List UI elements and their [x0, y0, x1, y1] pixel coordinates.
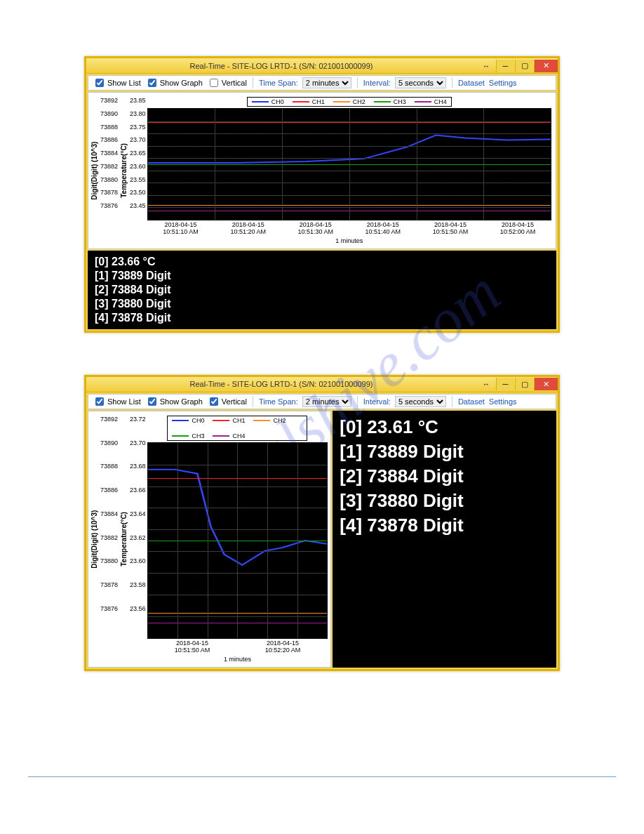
legend-item: CH1	[293, 98, 325, 105]
reading-row: [2] 73884 Digit	[340, 464, 549, 489]
legend-item: CH2	[333, 98, 365, 105]
axis-tick: 23.68	[130, 463, 146, 470]
axis-tick: 73876	[100, 605, 118, 612]
show-list-checkbox[interactable]: Show List	[93, 395, 141, 408]
vertical-checkbox[interactable]: Vertical	[207, 77, 247, 89]
reading-row: [1] 73889 Digit	[95, 269, 549, 283]
axis-tick: 73888	[100, 463, 118, 470]
axis-tick: 23.58	[130, 581, 146, 588]
separator	[452, 396, 452, 407]
axis-tick: 23.80	[130, 110, 146, 117]
show-graph-checkbox[interactable]: Show Graph	[145, 395, 203, 408]
y2-axis-label: Temperature(°C)	[119, 97, 128, 244]
legend-item: CH3	[374, 98, 406, 105]
vertical-label: Vertical	[222, 397, 247, 406]
timespan-select[interactable]: 2 minutes	[302, 396, 351, 407]
chart-plot[interactable]	[147, 108, 551, 220]
show-list-label: Show List	[107, 79, 141, 87]
axis-tick: 23.60	[130, 163, 146, 170]
timespan-select[interactable]: 2 minutes	[302, 77, 351, 88]
axis-tick: 73882	[100, 534, 118, 541]
legend-item: CH0	[252, 98, 284, 105]
show-list-input[interactable]	[95, 397, 104, 406]
titlebar[interactable]: Real-Time - SITE-LOG LRTD-1 (S/N: 021001…	[86, 58, 558, 74]
help-icon[interactable]: ↔	[477, 60, 495, 72]
interval-label: Interval:	[363, 397, 391, 406]
interval-label: Interval:	[363, 79, 391, 87]
y2-ticks: 23.8523.8023.7523.7023.6523.6023.5523.50…	[128, 97, 147, 209]
axis-tick: 73892	[100, 416, 118, 423]
legend-item: CH0	[172, 417, 204, 424]
minimize-button[interactable]: ─	[496, 378, 514, 390]
titlebar[interactable]: Real-Time - SITE-LOG LRTD-1 (S/N: 021001…	[86, 377, 558, 392]
vertical-label: Vertical	[222, 79, 247, 87]
show-graph-input[interactable]	[148, 397, 156, 406]
show-list-checkbox[interactable]: Show List	[93, 77, 141, 89]
axis-tick: 73882	[100, 163, 118, 170]
toolbar: Show List Show Graph Vertical Time Span:…	[88, 75, 556, 91]
axis-tick: 23.64	[130, 510, 146, 517]
reading-row: [1] 73889 Digit	[340, 439, 549, 464]
chart-panel: Digit(Digit) (10^3) 73892738907388873886…	[88, 92, 556, 249]
legend-item: CH1	[213, 417, 245, 424]
dataset-link[interactable]: Dataset	[458, 397, 485, 406]
show-graph-label: Show Graph	[160, 79, 203, 87]
legend-item: CH4	[415, 98, 447, 105]
timespan-label: Time Span:	[259, 397, 298, 406]
axis-tick: 23.85	[130, 97, 146, 104]
show-list-label: Show List	[107, 397, 141, 406]
chart-legend: CH0CH1CH2CH3CH4	[247, 97, 452, 107]
axis-tick: 73890	[100, 110, 118, 117]
axis-tick: 2018-04-1510:51:50 AM	[147, 640, 238, 654]
readings-panel: [0] 23.66 °C[1] 73889 Digit[2] 73884 Dig…	[88, 251, 556, 329]
axis-tick: 73892	[100, 97, 118, 104]
axis-tick: 23.70	[130, 439, 146, 446]
legend-item: CH2	[253, 417, 286, 424]
maximize-button[interactable]: ▢	[515, 60, 533, 72]
help-icon[interactable]: ↔	[477, 378, 495, 390]
interval-select[interactable]: 5 seconds	[395, 77, 446, 88]
axis-tick: 23.62	[130, 534, 146, 541]
chart-plot[interactable]	[147, 442, 328, 639]
reading-row: [0] 23.66 °C	[95, 255, 549, 269]
axis-tick: 23.55	[130, 176, 146, 183]
show-graph-input[interactable]	[148, 79, 156, 87]
vertical-input[interactable]	[210, 79, 218, 87]
y1-axis-label: Digit(Digit) (10^3)	[90, 97, 99, 244]
axis-tick: 73886	[100, 486, 118, 494]
settings-link[interactable]: Settings	[489, 397, 517, 406]
axis-tick: 73880	[100, 557, 118, 564]
close-button[interactable]: ✕	[534, 378, 558, 390]
axis-tick: 73890	[100, 439, 118, 446]
reading-row: [0] 23.61 °C	[340, 415, 549, 439]
axis-tick: 23.56	[130, 605, 146, 612]
close-button[interactable]: ✕	[534, 60, 558, 72]
axis-tick: 23.65	[130, 150, 146, 157]
maximize-button[interactable]: ▢	[515, 378, 533, 390]
vertical-input[interactable]	[210, 397, 218, 406]
vertical-checkbox[interactable]: Vertical	[207, 395, 247, 408]
axis-tick: 23.66	[130, 486, 146, 494]
separator	[452, 77, 452, 88]
reading-row: [3] 73880 Digit	[340, 489, 549, 513]
axis-tick: 23.60	[130, 557, 146, 564]
axis-tick: 73886	[100, 136, 118, 143]
axis-tick: 73878	[100, 189, 118, 196]
axis-tick: 2018-04-1510:52:20 AM	[237, 640, 328, 654]
reading-row: [4] 73878 Digit	[95, 311, 549, 325]
show-list-input[interactable]	[95, 79, 104, 87]
y1-ticks: 7389273890738887388673884738827388073878…	[99, 97, 119, 209]
interval-select[interactable]: 5 seconds	[395, 396, 446, 407]
window-title: Real-Time - SITE-LOG LRTD-1 (S/N: 021001…	[86, 380, 476, 388]
dataset-link[interactable]: Dataset	[458, 79, 485, 87]
minimize-button[interactable]: ─	[496, 60, 514, 72]
show-graph-checkbox[interactable]: Show Graph	[145, 77, 203, 89]
axis-tick: 73876	[100, 202, 118, 209]
window-title: Real-Time - SITE-LOG LRTD-1 (S/N: 021001…	[86, 62, 476, 70]
axis-tick: 23.72	[130, 416, 146, 423]
settings-link[interactable]: Settings	[489, 79, 517, 87]
timespan-label: Time Span:	[259, 79, 298, 87]
split-container: Digit(Digit) (10^3) 73892738907388873886…	[88, 411, 556, 668]
axis-tick: 23.50	[130, 189, 146, 196]
axis-tick: 73888	[100, 124, 118, 131]
